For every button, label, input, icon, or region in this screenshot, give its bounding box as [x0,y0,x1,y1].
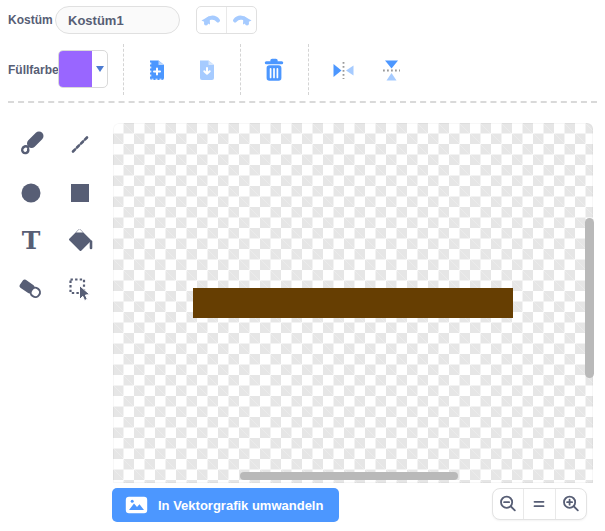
flip-vertical-icon [381,59,402,82]
paint-editor: Kostüm Füllfarbe [0,0,605,531]
vertical-scrollbar[interactable] [585,218,594,378]
svg-text:T: T [22,226,41,254]
undo-icon [201,12,222,29]
tool-rectangle[interactable] [66,179,94,207]
tool-fill[interactable] [66,226,94,254]
paste-icon [197,59,217,82]
section-divider [8,101,597,103]
paint-canvas[interactable] [113,123,593,483]
toolbar-divider [308,44,309,95]
undo-button[interactable] [197,7,226,33]
tool-select[interactable] [66,275,94,303]
circle-icon [17,179,45,207]
zoom-in-button[interactable] [555,489,586,519]
brush-icon [17,130,45,158]
rectangle-icon [66,179,94,207]
copy-button[interactable] [144,57,170,83]
chevron-down-icon [92,51,107,87]
tool-circle[interactable] [17,179,45,207]
zoom-reset-icon [529,494,549,514]
tool-text[interactable]: T [17,226,45,254]
toolbar-divider [123,44,124,95]
select-icon [66,275,94,303]
fill-color-swatch [59,51,92,87]
flip-vertical-button[interactable] [378,57,404,83]
costume-name-input[interactable] [55,6,180,34]
flip-horizontal-button[interactable] [330,57,356,83]
redo-icon [231,12,252,29]
tool-eraser[interactable] [17,275,45,303]
zoom-in-icon [561,494,581,514]
image-icon [125,496,148,514]
convert-to-vector-button[interactable]: In Vektorgrafik umwandeln [112,488,339,522]
tool-brush[interactable] [17,130,45,158]
undo-redo-group [196,6,257,34]
zoom-reset-button[interactable] [523,489,554,519]
tool-line[interactable] [66,130,94,158]
text-icon: T [17,226,45,254]
fill-color-picker[interactable] [58,50,108,88]
convert-button-label: In Vektorgrafik umwandeln [158,498,323,513]
redo-button[interactable] [226,7,256,33]
fill-bucket-icon [66,226,94,254]
zoom-out-icon [498,494,518,514]
drawn-rectangle-shape [193,288,513,318]
delete-button[interactable] [261,57,287,83]
toolbar-divider [240,44,241,95]
line-icon [66,130,94,158]
copy-icon [147,59,167,82]
fill-color-label: Füllfarbe [8,63,59,77]
zoom-controls [492,488,587,520]
zoom-out-button[interactable] [493,489,523,519]
paste-button[interactable] [194,57,220,83]
eraser-icon [17,275,45,303]
costume-label: Kostüm [8,13,53,27]
horizontal-scrollbar[interactable] [240,472,458,480]
flip-horizontal-icon [332,60,355,81]
trash-icon [264,58,284,82]
